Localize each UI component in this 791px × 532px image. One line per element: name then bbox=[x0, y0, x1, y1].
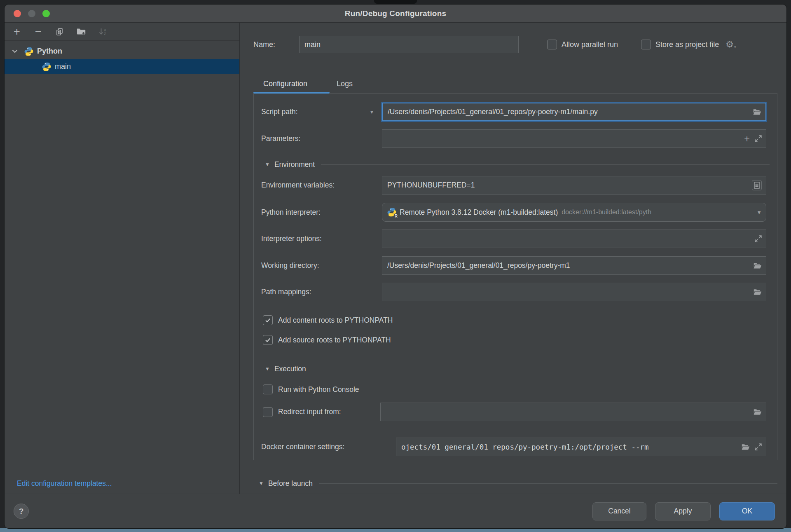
tree-node-main-label: main bbox=[55, 62, 71, 71]
working-directory-input[interactable]: /Users/denis/Projects/01_general/01_repo… bbox=[382, 256, 766, 275]
interpreter-options-label: Interpreter options: bbox=[261, 234, 322, 243]
ok-button[interactable]: OK bbox=[719, 502, 775, 520]
python-interpreter-select[interactable]: R Remote Python 3.8.12 Docker (m1-builde… bbox=[382, 203, 766, 222]
section-divider bbox=[312, 369, 770, 369]
path-mappings-input[interactable] bbox=[382, 283, 766, 301]
browse-folder-icon[interactable] bbox=[754, 289, 762, 295]
before-launch-section-title: Before launch bbox=[268, 479, 313, 488]
add-source-roots-option[interactable]: Add source roots to PYTHONPATH bbox=[254, 334, 777, 346]
gear-caret-icon: ▾ bbox=[734, 45, 736, 49]
gear-icon: ⚙ bbox=[725, 40, 734, 49]
parameters-row: Parameters: + bbox=[254, 129, 777, 148]
sort-configurations-icon: a z bbox=[98, 27, 108, 37]
browse-folder-icon[interactable] bbox=[753, 109, 761, 115]
before-launch-section-header[interactable]: ▼ Before launch bbox=[253, 478, 777, 488]
expand-field-icon[interactable] bbox=[755, 135, 762, 142]
screen: Run/Debug Configurations + − bbox=[0, 0, 791, 532]
docker-container-settings-row: Docker container settings: ojects/01_gen… bbox=[254, 438, 777, 456]
sort-letter-z: z bbox=[104, 32, 106, 35]
script-path-target-dropdown-icon[interactable]: ▼ bbox=[370, 110, 374, 115]
parameters-input[interactable]: + bbox=[382, 129, 766, 148]
path-mappings-row: Path mappings: bbox=[254, 283, 777, 301]
minimize-window-button bbox=[28, 10, 35, 17]
cancel-button[interactable]: Cancel bbox=[592, 502, 646, 520]
edit-configuration-templates-link[interactable]: Edit configuration templates... bbox=[17, 479, 239, 488]
edit-variables-list-icon[interactable] bbox=[752, 180, 762, 190]
zoom-window-button[interactable] bbox=[42, 10, 50, 17]
close-window-button[interactable] bbox=[14, 10, 21, 17]
apply-button[interactable]: Apply bbox=[655, 502, 711, 520]
add-configuration-icon[interactable]: + bbox=[12, 27, 22, 37]
tab-strip: Configuration Logs bbox=[253, 75, 777, 94]
section-divider bbox=[321, 164, 770, 165]
remote-python-icon: R bbox=[387, 208, 396, 217]
execution-section-header[interactable]: ▼ Execution bbox=[254, 364, 777, 374]
tab-configuration[interactable]: Configuration bbox=[263, 80, 307, 88]
add-source-roots-label: Add source roots to PYTHONPATH bbox=[278, 336, 391, 345]
store-as-project-file-label: Store as project file bbox=[655, 40, 719, 49]
environment-section-title: Environment bbox=[274, 160, 315, 169]
remove-configuration-icon[interactable]: − bbox=[33, 27, 43, 37]
environment-section-header[interactable]: ▼ Environment bbox=[254, 159, 777, 169]
add-content-roots-option[interactable]: Add content roots to PYTHONPATH bbox=[254, 314, 777, 326]
copy-configuration-icon[interactable] bbox=[55, 27, 65, 37]
redirect-input-file-input[interactable] bbox=[380, 403, 766, 421]
parameters-label: Parameters: bbox=[261, 134, 300, 143]
add-macro-icon[interactable]: + bbox=[744, 135, 750, 143]
help-button[interactable]: ? bbox=[14, 504, 29, 519]
execution-section-title: Execution bbox=[274, 365, 306, 373]
dialog-footer: ? Cancel Apply OK bbox=[5, 494, 786, 528]
browse-folder-icon[interactable] bbox=[754, 409, 762, 415]
configurations-tree: Python main bbox=[5, 41, 239, 74]
sidebar-toolbar: + − bbox=[5, 23, 239, 41]
new-folder-icon[interactable] bbox=[76, 27, 86, 37]
store-as-project-file-checkbox[interactable] bbox=[641, 40, 651, 49]
interpreter-options-input[interactable] bbox=[382, 230, 766, 248]
help-icon: ? bbox=[19, 507, 24, 516]
expand-field-icon[interactable] bbox=[755, 235, 762, 242]
python-interpreter-row: Python interpreter: R Remote Python bbox=[254, 203, 777, 222]
script-path-label: Script path: bbox=[261, 108, 298, 116]
allow-parallel-run-checkbox[interactable] bbox=[547, 40, 557, 49]
configuration-editor: Name: Allow parallel run Store as projec… bbox=[240, 23, 786, 494]
dialog-title: Run/Debug Configurations bbox=[345, 9, 447, 18]
redirect-input-row: Redirect input from: bbox=[254, 403, 777, 421]
collapse-arrow-icon[interactable]: ▼ bbox=[265, 162, 270, 167]
expand-field-icon[interactable] bbox=[755, 443, 762, 450]
redirect-input-checkbox[interactable] bbox=[263, 407, 273, 417]
name-row: Name: Allow parallel run Store as projec… bbox=[253, 36, 777, 53]
run-with-python-console-option[interactable]: Run with Python Console bbox=[254, 384, 777, 395]
python-icon bbox=[24, 47, 33, 56]
traffic-lights bbox=[14, 10, 50, 17]
active-tab-underline bbox=[253, 92, 330, 94]
titlebar[interactable]: Run/Debug Configurations bbox=[5, 5, 786, 23]
docker-container-settings-label: Docker container settings: bbox=[261, 443, 344, 451]
python-interpreter-label: Python interpreter: bbox=[261, 208, 321, 217]
tab-logs[interactable]: Logs bbox=[337, 80, 353, 88]
working-directory-row: Working directory: /Users/denis/Projects… bbox=[254, 256, 777, 275]
tree-node-main[interactable]: main bbox=[5, 59, 239, 74]
working-directory-label: Working directory: bbox=[261, 261, 319, 270]
add-source-roots-checkbox[interactable] bbox=[263, 335, 273, 345]
run-with-python-console-label: Run with Python Console bbox=[278, 385, 359, 394]
browse-folder-icon[interactable] bbox=[742, 444, 750, 450]
add-content-roots-label: Add content roots to PYTHONPATH bbox=[278, 316, 393, 325]
collapse-arrow-icon[interactable]: ▼ bbox=[265, 366, 270, 372]
configurations-sidebar: + − bbox=[5, 23, 240, 494]
store-options-button[interactable]: ⚙ ▾ bbox=[725, 40, 736, 49]
chevron-down-icon[interactable] bbox=[12, 49, 18, 53]
script-path-row: Script path: ▼ /Users/denis/Projects/01_… bbox=[254, 103, 777, 121]
tree-node-python[interactable]: Python bbox=[5, 44, 239, 59]
docker-container-settings-input[interactable]: ojects/01_general/01_repos/py-poetry-m1:… bbox=[396, 438, 766, 456]
store-as-project-file-option[interactable]: Store as project file bbox=[641, 40, 719, 49]
script-path-input[interactable]: /Users/denis/Projects/01_general/01_repo… bbox=[382, 103, 766, 121]
collapse-arrow-icon[interactable]: ▼ bbox=[259, 480, 264, 486]
name-input[interactable] bbox=[299, 36, 519, 53]
environment-variables-input[interactable]: PYTHONUNBUFFERED=1 bbox=[382, 176, 766, 195]
browse-folder-icon[interactable] bbox=[754, 262, 762, 269]
interpreter-options-row: Interpreter options: bbox=[254, 230, 777, 248]
add-content-roots-checkbox[interactable] bbox=[263, 315, 273, 325]
run-with-python-console-checkbox[interactable] bbox=[263, 384, 273, 394]
interpreter-dropdown-icon[interactable]: ▼ bbox=[756, 209, 762, 216]
allow-parallel-run-option[interactable]: Allow parallel run bbox=[547, 40, 618, 49]
